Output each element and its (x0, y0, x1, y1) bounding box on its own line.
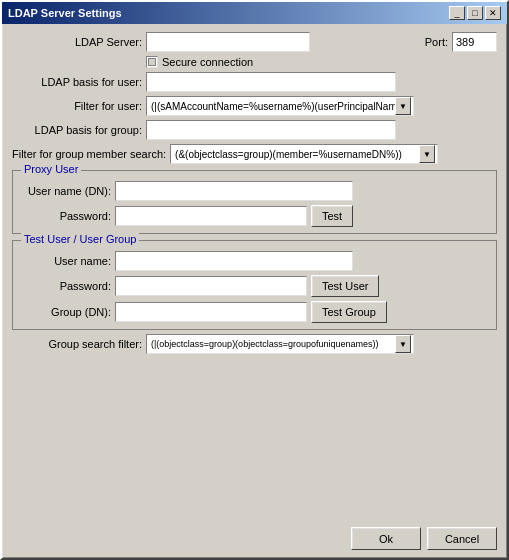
test-user-title: Test User / User Group (21, 233, 139, 245)
test-username-row: User name: (21, 251, 488, 271)
test-group-row: Group (DN): Test Group (21, 301, 488, 323)
ldap-server-label: LDAP Server: (12, 36, 142, 48)
group-search-dropdown-btn[interactable]: ▼ (395, 335, 411, 353)
group-search-combo[interactable]: (|(objectclass=group)(objectclass=groupo… (146, 334, 414, 354)
cancel-button[interactable]: Cancel (427, 527, 497, 550)
filter-user-label: Filter for user: (12, 100, 142, 112)
minimize-button[interactable]: _ (449, 6, 465, 20)
filter-group-combo[interactable]: (&(objectclass=group)(member=%usernameDN… (170, 144, 438, 164)
group-search-label: Group search filter: (12, 338, 142, 350)
filter-group-dropdown-btn[interactable]: ▼ (419, 145, 435, 163)
test-password-input[interactable] (115, 276, 307, 296)
proxy-user-content: User name (DN): Password: Test (21, 181, 488, 227)
secure-connection-checkbox[interactable] (146, 56, 158, 68)
filter-group-value: (&(objectclass=group)(member=%usernameDN… (173, 149, 419, 160)
checkbox-inner (148, 58, 156, 66)
proxy-username-label: User name (DN): (21, 185, 111, 197)
proxy-username-input[interactable] (115, 181, 353, 201)
test-group-input[interactable] (115, 302, 307, 322)
filter-user-combo[interactable]: (|(sAMAccountName=%username%)(userPrinci… (146, 96, 414, 116)
title-bar-controls: _ □ ✕ (449, 6, 501, 20)
proxy-password-input[interactable] (115, 206, 307, 226)
filter-group-row: Filter for group member search: (&(objec… (12, 144, 497, 164)
dialog-content: LDAP Server: Port: Secure connection LDA… (2, 24, 507, 521)
filter-group-label: Filter for group member search: (12, 148, 166, 160)
dialog-title: LDAP Server Settings (8, 7, 122, 19)
test-group-button[interactable]: Test Group (311, 301, 387, 323)
dialog-buttons: Ok Cancel (2, 521, 507, 558)
test-user-content: User name: Password: Test User Group (DN… (21, 251, 488, 323)
ldap-server-row: LDAP Server: Port: (12, 32, 497, 52)
group-search-value: (|(objectclass=group)(objectclass=groupo… (149, 339, 395, 349)
proxy-username-row: User name (DN): (21, 181, 488, 201)
test-user-group: Test User / User Group User name: Passwo… (12, 240, 497, 330)
maximize-button[interactable]: □ (467, 6, 483, 20)
ldap-basis-user-row: LDAP basis for user: (12, 72, 497, 92)
proxy-password-row: Password: Test (21, 205, 488, 227)
proxy-test-button[interactable]: Test (311, 205, 353, 227)
proxy-password-label: Password: (21, 210, 111, 222)
ldap-basis-group-label: LDAP basis for group: (12, 124, 142, 136)
port-label: Port: (318, 36, 448, 48)
close-button[interactable]: ✕ (485, 6, 501, 20)
group-search-row: Group search filter: (|(objectclass=grou… (12, 334, 497, 354)
filter-user-value: (|(sAMAccountName=%username%)(userPrinci… (149, 101, 395, 112)
port-input[interactable] (452, 32, 497, 52)
filter-user-row: Filter for user: (|(sAMAccountName=%user… (12, 96, 497, 116)
ldap-basis-user-input[interactable] (146, 72, 396, 92)
ldap-basis-group-input[interactable] (146, 120, 396, 140)
secure-connection-label: Secure connection (162, 56, 253, 68)
test-user-button[interactable]: Test User (311, 275, 379, 297)
proxy-user-group: Proxy User User name (DN): Password: Tes… (12, 170, 497, 234)
test-username-input[interactable] (115, 251, 353, 271)
ldap-basis-group-row: LDAP basis for group: (12, 120, 497, 140)
test-username-label: User name: (21, 255, 111, 267)
proxy-user-title: Proxy User (21, 163, 81, 175)
ldap-server-input[interactable] (146, 32, 310, 52)
test-password-label: Password: (21, 280, 111, 292)
secure-connection-row: Secure connection (146, 56, 497, 68)
ldap-basis-user-label: LDAP basis for user: (12, 76, 142, 88)
ok-button[interactable]: Ok (351, 527, 421, 550)
test-password-row: Password: Test User (21, 275, 488, 297)
ldap-settings-dialog: LDAP Server Settings _ □ ✕ LDAP Server: … (0, 0, 509, 560)
test-group-label: Group (DN): (21, 306, 111, 318)
title-bar: LDAP Server Settings _ □ ✕ (2, 2, 507, 24)
filter-user-dropdown-btn[interactable]: ▼ (395, 97, 411, 115)
